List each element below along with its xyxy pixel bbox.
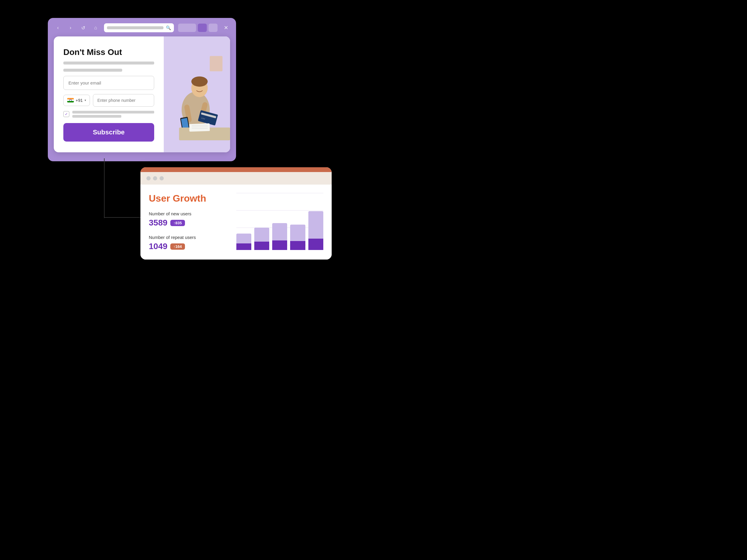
address-bar[interactable]: 🔍 <box>104 23 174 32</box>
checkmark-icon: ✓ <box>65 112 68 116</box>
bar-group <box>290 224 305 250</box>
repeat-users-badge-text: ↑164 <box>173 244 182 249</box>
browser-toolbar: ‹ › ↺ ⌂ 🔍 ✕ <box>48 18 236 36</box>
traffic-dot-1 <box>147 176 151 180</box>
bar-light-segment <box>290 224 305 241</box>
repeat-users-value: 1049 <box>149 242 167 251</box>
india-flag-icon <box>67 98 74 102</box>
checkbox-line-1 <box>72 111 154 113</box>
gridline-2 <box>236 210 323 211</box>
subtitle-line-2 <box>63 69 122 72</box>
popup-image: COV <box>164 36 230 152</box>
phone-field[interactable] <box>93 94 154 107</box>
new-users-label: Number of new users <box>149 211 229 216</box>
tab-active[interactable] <box>198 24 207 32</box>
repeat-users-metric-row: 1049 ↑164 <box>149 242 229 251</box>
bar-light-segment <box>308 211 323 239</box>
bar-purple-segment <box>254 242 269 250</box>
bar-group <box>272 223 287 250</box>
new-users-badge: ↑835 <box>170 220 185 226</box>
close-button[interactable]: ✕ <box>222 24 230 32</box>
agree-checkbox[interactable]: ✓ <box>63 111 69 117</box>
traffic-dot-2 <box>153 176 157 180</box>
repeat-users-label: Number of repeat users <box>149 235 229 240</box>
forward-button[interactable]: › <box>66 24 75 32</box>
svg-point-4 <box>191 77 208 87</box>
popup-title: Don't Miss Out <box>63 47 154 57</box>
repeat-users-badge: ↑164 <box>170 243 185 250</box>
refresh-button[interactable]: ↺ <box>79 24 87 32</box>
traffic-dot-3 <box>159 176 164 180</box>
analytics-card: User Growth Number of new users 3589 ↑83… <box>140 167 332 260</box>
subscribe-button[interactable]: Subscribe <box>63 123 154 141</box>
home-button[interactable]: ⌂ <box>92 24 100 32</box>
tab-inactive[interactable] <box>178 24 196 32</box>
tab-group <box>178 24 217 32</box>
bar-purple-segment <box>290 241 305 250</box>
new-users-value: 3589 <box>149 218 167 228</box>
repeat-users-section: Number of repeat users 1049 ↑164 <box>149 235 229 251</box>
bar-purple-segment <box>308 239 323 250</box>
bar-group <box>308 211 323 250</box>
svg-rect-13 <box>189 123 210 132</box>
checkbox-label <box>72 111 154 118</box>
checkbox-row: ✓ <box>63 111 154 118</box>
country-code-label: +91 <box>76 98 83 103</box>
search-icon: 🔍 <box>166 25 171 30</box>
analytics-header-bar <box>140 167 332 172</box>
subtitle-line-1 <box>63 61 154 64</box>
analytics-body: User Growth Number of new users 3589 ↑83… <box>140 185 332 260</box>
country-code-select[interactable]: +91 ▾ <box>63 95 90 106</box>
person-illustration: COV <box>164 36 230 152</box>
bar-light-segment <box>236 234 251 243</box>
new-users-section: Number of new users 3589 ↑835 <box>149 211 229 228</box>
bar-chart <box>236 193 323 251</box>
connector-vertical <box>104 158 105 218</box>
back-button[interactable]: ‹ <box>54 24 62 32</box>
bar-light-segment <box>254 228 269 242</box>
checkbox-line-2 <box>72 115 121 118</box>
popup-form: Don't Miss Out +91 ▾ <box>54 36 164 152</box>
address-text <box>107 26 163 29</box>
analytics-title: User Growth <box>149 193 229 204</box>
browser-window: ‹ › ↺ ⌂ 🔍 ✕ Don't Miss Out <box>48 18 236 161</box>
bar-purple-segment <box>236 243 251 250</box>
svg-rect-1 <box>210 56 223 71</box>
bar-group <box>254 228 269 250</box>
chevron-down-icon: ▾ <box>84 99 86 102</box>
new-users-metric-row: 3589 ↑835 <box>149 218 229 228</box>
bar-purple-segment <box>272 240 287 250</box>
svg-line-15 <box>192 127 208 127</box>
bar-light-segment <box>272 223 287 240</box>
tab-new[interactable] <box>209 24 217 32</box>
popup-card: Don't Miss Out +91 ▾ <box>54 36 230 152</box>
email-field[interactable] <box>63 76 154 90</box>
analytics-titlebar <box>140 172 332 185</box>
bar-group <box>236 234 251 250</box>
svg-line-14 <box>192 125 208 126</box>
analytics-stats-panel: User Growth Number of new users 3589 ↑83… <box>149 193 229 251</box>
phone-row: +91 ▾ <box>63 94 154 107</box>
new-users-badge-text: ↑835 <box>173 221 182 225</box>
